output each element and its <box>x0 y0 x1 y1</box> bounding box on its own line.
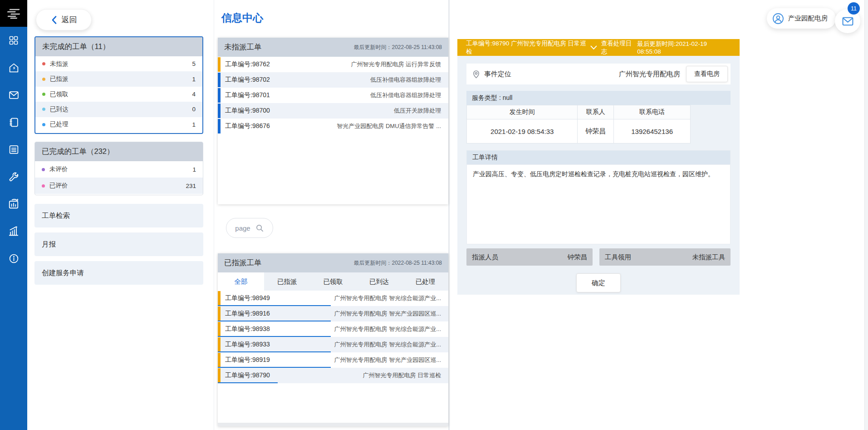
mail-icon <box>842 16 854 27</box>
status-row-unrated[interactable]: 未评价 1 <box>35 161 203 178</box>
work-order-id: 工单编号:98916 <box>225 310 270 318</box>
info-icon[interactable] <box>8 252 20 264</box>
work-order-desc: 广州智光专用配电房 运行异常反馈 <box>351 60 441 69</box>
tab-arrived[interactable]: 已到达 <box>356 272 402 291</box>
contact-table-header-row: 发生时间 联系人 联系电话 <box>467 105 691 119</box>
status-row-rated[interactable]: 已评价 231 <box>35 178 203 194</box>
priority-bar <box>218 353 221 367</box>
monthly-report-button[interactable]: 月报 <box>34 232 203 256</box>
status-row-processed[interactable]: 已处理 1 <box>35 117 202 132</box>
order-search-button[interactable]: 工单检索 <box>34 204 203 227</box>
work-order-desc: 广州智光专用配电房 智光产业园园区巡... <box>334 310 441 318</box>
apps-icon[interactable] <box>8 35 20 46</box>
event-location-label: 事件定位 <box>484 70 511 79</box>
order-banner-title: 工单编号:98790 广州智光专用配电房 日常巡检 <box>466 40 590 56</box>
tab-claimed[interactable]: 已领取 <box>310 272 356 291</box>
location-pin-icon <box>472 70 480 79</box>
status-dot <box>42 168 45 171</box>
status-row-claimed[interactable]: 已领取 4 <box>35 87 202 102</box>
work-order-id: 工单编号:98790 <box>225 371 270 380</box>
order-banner: 工单编号:98790 广州智光专用配电房 日常巡检 查看处理日志 最后更新时间:… <box>457 39 740 56</box>
col-header-time: 发生时间 <box>467 105 578 119</box>
status-dot <box>42 184 45 188</box>
work-order-id: 工单编号:98919 <box>225 356 270 364</box>
tools-label: 工具领用 <box>605 253 631 262</box>
rail-nav <box>0 27 27 264</box>
work-order-desc: 低压开关故障处理 <box>394 107 441 115</box>
status-count: 231 <box>186 183 196 189</box>
priority-bar <box>218 88 221 103</box>
work-order-row[interactable]: 工单编号:98702 低压补偿电容器组故障处理 <box>218 72 448 88</box>
status-row-assigned[interactable]: 已指派 1 <box>35 71 202 86</box>
work-order-id: 工单编号:98949 <box>225 294 270 302</box>
col-header-contact: 联系人 <box>578 105 614 119</box>
page-scrollbar[interactable] <box>864 0 868 430</box>
assignee-bar[interactable]: 指派人员 钟荣昌 <box>466 248 593 266</box>
work-order-id: 工单编号:98676 <box>225 122 270 130</box>
back-button[interactable]: 返回 <box>36 9 92 30</box>
assignment-row: 指派人员 钟荣昌 工具领用 未指派工具 <box>466 248 731 266</box>
unfinished-orders-card: 未完成的工单（11） 未指派 5 已指派 1 已领取 4 <box>34 36 203 134</box>
user-menu-button[interactable]: 产业园配电房 <box>767 8 836 29</box>
view-room-button[interactable]: 查看电房 <box>686 66 728 82</box>
wrench-icon[interactable] <box>8 171 20 183</box>
work-order-desc: 智光产业园配电房 DMU通信异常告警 ... <box>337 122 441 130</box>
priority-bar <box>218 73 221 87</box>
finished-card-title: 已完成的工单（232） <box>35 142 203 161</box>
page-search-value: page <box>235 224 250 232</box>
order-details-label: 工单详情 <box>466 150 731 164</box>
col-header-phone: 联系电话 <box>614 105 691 119</box>
status-count: 5 <box>192 60 196 67</box>
mid-divider <box>448 0 450 430</box>
assignee-value: 钟荣昌 <box>568 253 588 262</box>
status-count: 1 <box>192 76 196 83</box>
work-order-row[interactable]: 工单编号:98700 低压开关故障处理 <box>218 103 448 119</box>
priority-bar <box>218 104 221 118</box>
tab-processed[interactable]: 已处理 <box>402 272 448 291</box>
work-order-row[interactable]: 工单编号:98919 广州智光专用配电房 智光产业园园区巡... <box>218 352 448 368</box>
status-row-arrived[interactable]: 已到达 0 <box>35 102 202 117</box>
view-log-label: 查看处理日志 <box>601 40 638 56</box>
home-icon[interactable] <box>8 62 20 74</box>
work-order-row[interactable]: 工单编号:98676 智光产业园配电房 DMU通信异常告警 ... <box>218 119 448 134</box>
view-log-button[interactable]: 查看处理日志 <box>590 40 637 56</box>
priority-bar <box>218 322 221 336</box>
report-icon[interactable] <box>8 198 20 210</box>
priority-bar <box>218 337 221 352</box>
list-icon[interactable] <box>8 143 20 155</box>
work-order-row[interactable]: 工单编号:98938 广州智光专用配电房 智光综合能源产业... <box>218 321 448 337</box>
unread-count-badge: 11 <box>848 2 860 15</box>
status-row-unassigned[interactable]: 未指派 5 <box>35 56 202 71</box>
trend-icon[interactable] <box>8 225 20 237</box>
status-dot <box>42 123 45 126</box>
status-count: 1 <box>192 121 196 128</box>
status-label: 已到达 <box>50 105 69 114</box>
assigned-rows: 工单编号:98949 广州智光专用配电房 智光综合能源产业... 工单编号:98… <box>218 291 448 383</box>
tab-assigned[interactable]: 已指派 <box>264 272 310 291</box>
chevron-down-icon <box>590 45 597 50</box>
status-label: 未评价 <box>49 165 68 173</box>
tools-bar[interactable]: 工具领用 未指派工具 <box>599 248 731 266</box>
assigned-panel-title: 已指派工单 <box>224 258 262 268</box>
tools-value: 未指派工具 <box>692 253 726 262</box>
work-order-row[interactable]: 工单编号:98933 广州智光专用配电房 智光综合能源产业... <box>218 337 448 352</box>
work-order-row[interactable]: 工单编号:98949 广州智光专用配电房 智光综合能源产业... <box>218 291 448 306</box>
create-service-request-button[interactable]: 创建服务申请 <box>34 261 203 285</box>
work-order-id: 工单编号:98701 <box>225 91 270 99</box>
work-order-row[interactable]: 工单编号:98701 低压补偿电容器组故障处理 <box>218 88 448 103</box>
back-label: 返回 <box>62 15 77 25</box>
work-order-row[interactable]: 工单编号:98916 广州智光专用配电房 智光产业园园区巡... <box>218 306 448 321</box>
work-order-row[interactable]: 工单编号:98762 广州智光专用配电房 运行异常反馈 <box>218 57 448 72</box>
notebook-icon[interactable] <box>8 116 20 128</box>
mail-icon[interactable] <box>8 89 20 101</box>
work-order-row-selected[interactable]: 工单编号:98790 广州智光专用配电房 日常巡检 <box>218 368 448 383</box>
confirm-button[interactable]: 确定 <box>576 273 621 292</box>
status-dot <box>42 62 45 65</box>
priority-bar <box>218 119 221 133</box>
icon-rail <box>0 0 27 430</box>
tab-all[interactable]: 全部 <box>218 272 264 291</box>
horizontal-scrollbar[interactable] <box>218 423 448 426</box>
page-search-input[interactable]: page <box>226 218 273 238</box>
priority-bar <box>218 291 221 306</box>
priority-bar <box>218 368 221 383</box>
